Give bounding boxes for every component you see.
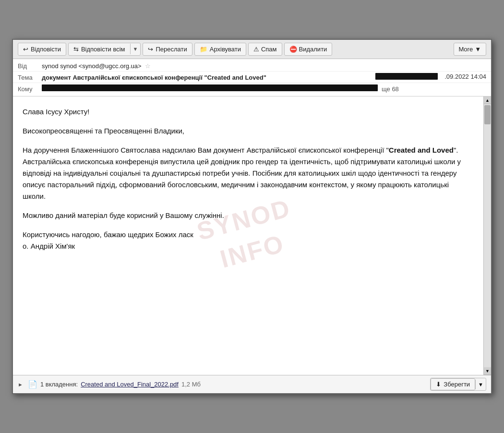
email-body: SYNOD INFO Слава Ісусу Христу! Високопре…	[13, 96, 483, 375]
reply-all-button[interactable]: ⇆ Відповісти всім	[69, 43, 130, 55]
archive-label: Архівувати	[210, 46, 241, 53]
save-dropdown-arrow[interactable]: ▼	[475, 380, 486, 389]
scroll-down-arrow[interactable]: ▼	[484, 367, 492, 375]
attachment-expand-icon[interactable]: ►	[18, 382, 23, 387]
spam-icon: ⚠	[253, 46, 259, 53]
attachment-bar: ► 📄 1 вкладення: Created and Loved_Final…	[13, 375, 491, 393]
subject-row: Тема документ Австралійської єпископсько…	[13, 72, 491, 84]
salutation-paragraph: Високопреосвященні та Преосвященні Влади…	[23, 125, 474, 137]
greeting-text: Слава Ісусу Христу!	[23, 108, 89, 116]
scroll-up-arrow[interactable]: ▲	[484, 96, 492, 104]
save-label: Зберегти	[444, 381, 470, 388]
forward-button[interactable]: ↪ Переслати	[143, 43, 192, 55]
reply-all-icon: ⇆	[73, 46, 79, 53]
scroll-thumb[interactable]	[484, 105, 491, 124]
greeting-paragraph: Слава Ісусу Христу!	[23, 106, 474, 118]
attachment-count: 1 вкладення:	[40, 381, 78, 388]
attachment-left: ► 📄 1 вкладення: Created and Loved_Final…	[18, 380, 201, 389]
delete-label: Видалити	[299, 46, 327, 53]
to-label: Кому	[18, 85, 42, 93]
attachment-size: 1,2 Мб	[181, 381, 201, 388]
reply-button-group[interactable]: ↩ Відповісти	[18, 43, 66, 56]
download-icon: ⬇	[436, 381, 441, 388]
email-headers: Від synod synod <synod@ugcc.org.ua> ☆ Те…	[13, 59, 491, 97]
from-value: synod synod <synod@ugcc.org.ua> ☆	[42, 62, 486, 70]
archive-button[interactable]: 📁 Архівувати	[195, 43, 246, 55]
date-redacted	[375, 73, 438, 80]
scrollbar[interactable]: ▲ ▼	[483, 96, 491, 375]
more-dropdown-arrow: ▼	[475, 46, 481, 53]
useful-text: Можливо даний матеріал буде корисний у В…	[23, 211, 224, 219]
recipient-extra: ще 68	[382, 85, 399, 93]
reply-all-dropdown-arrow[interactable]: ▼	[130, 44, 141, 54]
attachment-filename[interactable]: Created and Loved_Final_2022.pdf	[81, 381, 179, 388]
pdf-icon: 📄	[28, 380, 37, 389]
spam-label: Спам	[261, 46, 277, 53]
reply-button[interactable]: ↩ Відповісти	[18, 43, 66, 55]
forward-icon: ↪	[148, 46, 153, 53]
closing-line2: о. Андрій Хім'як	[23, 242, 75, 250]
closing-paragraph: Користуючись нагодою, бажаю щедрих Божих…	[23, 229, 474, 252]
save-button[interactable]: ⬇ Зберегти	[431, 378, 475, 390]
subject-value: документ Австралійської єпископської кон…	[42, 74, 375, 81]
star-icon[interactable]: ☆	[145, 62, 151, 70]
date-value: .09.2022 14:04	[444, 73, 486, 80]
main-paragraph: На доручення Блаженнішого Святослава над…	[23, 144, 474, 202]
reply-all-label: Відповісти всім	[81, 46, 125, 53]
more-label: More	[459, 46, 473, 53]
reply-label: Відповісти	[31, 46, 61, 53]
subject-label: Тема	[18, 74, 42, 81]
reply-icon: ↩	[23, 46, 28, 53]
forward-button-group[interactable]: ↪ Переслати	[143, 43, 192, 56]
spam-button[interactable]: ⚠ Спам	[248, 43, 282, 56]
scroll-track	[484, 104, 491, 367]
email-window: ↩ Відповісти ⇆ Відповісти всім ▼ ↪ Перес…	[12, 39, 492, 395]
toolbar: ↩ Відповісти ⇆ Відповісти всім ▼ ↪ Перес…	[13, 40, 491, 59]
email-body-wrap: SYNOD INFO Слава Ісусу Христу! Високопре…	[13, 96, 491, 375]
reply-all-button-group[interactable]: ⇆ Відповісти всім ▼	[68, 43, 141, 56]
main-text-bold: Created and Loved	[389, 146, 454, 154]
to-row: Кому ще 68	[13, 83, 491, 94]
archive-icon: 📁	[200, 46, 207, 53]
forward-label: Переслати	[156, 46, 187, 53]
archive-button-group[interactable]: 📁 Архівувати	[194, 43, 246, 56]
more-button[interactable]: More ▼	[454, 43, 487, 56]
delete-button[interactable]: ⛔ Видалити	[284, 43, 333, 56]
main-text-start: На доручення Блаженнішого Святослава над…	[23, 146, 389, 154]
delete-icon: ⛔	[289, 46, 297, 53]
from-label: Від	[18, 62, 42, 70]
salutation-text: Високопреосвященні та Преосвященні Влади…	[23, 127, 184, 135]
from-row: Від synod synod <synod@ugcc.org.ua> ☆	[13, 61, 491, 72]
useful-paragraph: Можливо даний матеріал буде корисний у В…	[23, 210, 474, 221]
from-email: synod synod <synod@ugcc.org.ua>	[42, 62, 142, 70]
recipient-redacted	[42, 84, 378, 91]
save-button-group[interactable]: ⬇ Зберегти ▼	[430, 378, 486, 391]
closing-line1: Користуючись нагодою, бажаю щедрих Божих…	[23, 230, 193, 239]
